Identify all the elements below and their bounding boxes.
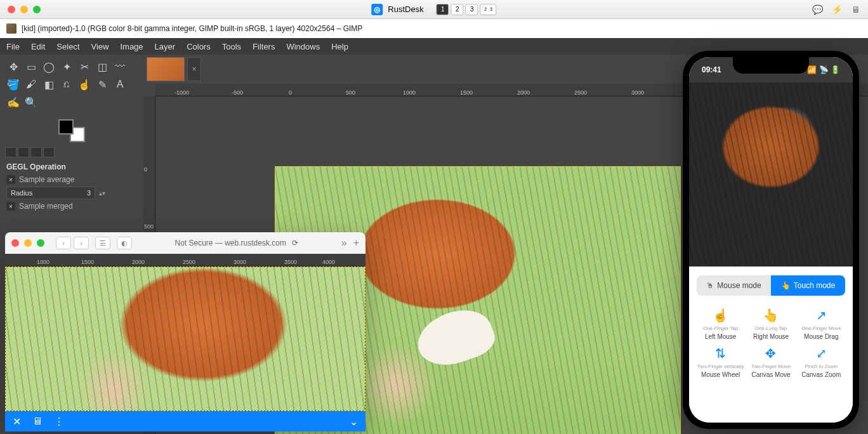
panel-tab-4[interactable] <box>43 147 55 157</box>
text-tool-icon[interactable]: A <box>112 76 128 93</box>
forward-button[interactable]: › <box>74 237 89 249</box>
eraser-tool-icon[interactable]: ◧ <box>41 76 57 93</box>
maximize-window-icon[interactable] <box>37 239 44 247</box>
smudge-tool-icon[interactable]: ☝ <box>76 76 93 93</box>
ruler-tick: 3000 <box>631 89 644 96</box>
close-window-icon[interactable] <box>8 6 15 13</box>
radius-value: 3 <box>87 189 91 197</box>
ruler-tick: 2500 <box>574 89 587 96</box>
menu-windows[interactable]: Windows <box>286 42 320 51</box>
menu-help[interactable]: Help <box>331 42 348 51</box>
menu-select[interactable]: Select <box>56 42 79 51</box>
gesture-sub: Two-Finger vertically <box>697 364 744 369</box>
mouse-icon: 🖱 <box>706 281 714 290</box>
traffic-lights <box>11 239 44 247</box>
bucket-fill-tool-icon[interactable]: 🪣 <box>5 76 22 93</box>
gesture-label: Right Mouse <box>753 333 789 340</box>
web-remote-canvas[interactable] <box>5 266 365 411</box>
close-image-icon[interactable]: × <box>187 57 201 81</box>
close-option-icon[interactable]: × <box>6 202 15 211</box>
zoom-tool-icon[interactable]: 🔍 <box>23 94 39 110</box>
phone-notch <box>733 57 809 74</box>
workspace-tab-1[interactable]: 1 <box>437 4 449 15</box>
privacy-icon[interactable]: ◐ <box>117 237 132 249</box>
panel-tab-1[interactable] <box>5 147 16 157</box>
gesture-canvas-zoom: ⤢ Pinch to Zoom Canvas Zoom <box>798 345 845 378</box>
phone-remote-view[interactable]: 09:41 📶 📡 🔋 <box>689 57 853 266</box>
rect-select-tool-icon[interactable]: ▭ <box>23 58 39 75</box>
close-option-icon[interactable]: × <box>6 175 15 184</box>
minimize-window-icon[interactable] <box>24 239 32 247</box>
gesture-grid: ☝ One-Finger Tap Left Mouse 👆 One-Long T… <box>697 307 845 378</box>
menu-view[interactable]: View <box>91 42 109 51</box>
display-settings-icon[interactable]: 🖥 <box>32 416 43 427</box>
color-swatches <box>0 114 143 145</box>
workspace-tab-split[interactable]: 23 <box>480 4 497 15</box>
minimize-window-icon[interactable] <box>20 6 28 13</box>
gesture-label: Canvas Move <box>751 371 790 378</box>
touch-mode-button[interactable]: 👆 Touch mode <box>771 275 845 296</box>
new-tab-icon[interactable]: + <box>353 237 359 249</box>
menu-file[interactable]: File <box>6 42 20 51</box>
menu-colors[interactable]: Colors <box>187 42 211 51</box>
workspace-tab-3[interactable]: 3 <box>466 4 478 15</box>
warp-tool-icon[interactable]: 〰 <box>112 58 128 75</box>
gesture-label: Mouse Drag <box>804 333 838 340</box>
rustdesk-logo-icon: ◎ <box>371 4 383 15</box>
free-select-tool-icon[interactable]: ◯ <box>41 58 57 75</box>
two-finger-move-icon: ✥ <box>763 345 779 362</box>
gesture-mouse-wheel: ⇅ Two-Finger vertically Mouse Wheel <box>697 345 744 378</box>
phone-device: 09:41 📶 📡 🔋 🖱 Mouse mode 👆 Touch mode ☝ <box>683 51 859 429</box>
chat-icon[interactable]: 💬 <box>812 4 823 15</box>
two-finger-vertical-icon: ⇅ <box>713 345 729 362</box>
maximize-window-icon[interactable] <box>33 6 41 13</box>
gimp-title: [kid] (imported)-1.0 (RGB color 8-bit ga… <box>22 24 362 33</box>
workspace-tab-2[interactable]: 2 <box>451 4 464 15</box>
fuzzy-select-tool-icon[interactable]: ✦ <box>58 58 75 75</box>
ruler-tick: -500 <box>232 89 243 96</box>
one-long-tap-icon: 👆 <box>763 307 779 324</box>
address-bar[interactable]: Not Secure — web.rustdesk.com ⟳ <box>138 239 335 247</box>
touch-icon: 👆 <box>781 281 791 290</box>
gesture-sub: Two-Finger Move <box>751 364 791 369</box>
close-session-icon[interactable]: ✕ <box>13 416 21 428</box>
ruler-tick: 1000 <box>403 89 416 96</box>
panel-tab-2[interactable] <box>18 147 29 157</box>
menu-filters[interactable]: Filters <box>253 42 275 51</box>
close-window-icon[interactable] <box>11 239 19 247</box>
paths-tool-icon[interactable]: ✎ <box>94 76 110 93</box>
clone-tool-icon[interactable]: ⎌ <box>58 76 75 93</box>
gesture-left-mouse: ☝ One-Finger Tap Left Mouse <box>697 307 744 340</box>
tool-options-panel: GEGL Operation × Sample average Radius 3… <box>0 160 143 214</box>
bolt-icon[interactable]: ⚡ <box>832 4 843 15</box>
mac-top-strip: ◎ RustDesk 1 2 3 23 💬 ⚡ 🖥 <box>0 0 868 19</box>
mouse-mode-button[interactable]: 🖱 Mouse mode <box>697 275 771 296</box>
move-tool-icon[interactable]: ✥ <box>5 58 22 75</box>
chevron-down-icon[interactable]: ⌄ <box>350 416 358 428</box>
ruler-tick: 4000 <box>322 259 335 265</box>
menu-layer[interactable]: Layer <box>155 42 176 51</box>
back-button[interactable]: ‹ <box>56 237 71 249</box>
menu-tools[interactable]: Tools <box>222 42 241 51</box>
reload-icon[interactable]: ⟳ <box>292 239 298 247</box>
sidebar-toggle-icon[interactable]: ☰ <box>95 237 110 249</box>
pinch-zoom-icon: ⤢ <box>813 345 829 362</box>
crop-tool-icon[interactable]: ✂ <box>76 58 93 75</box>
paintbrush-tool-icon[interactable]: 🖌 <box>23 76 39 93</box>
stepper-icon[interactable]: ▴▾ <box>99 190 105 197</box>
share-icon[interactable]: » <box>341 237 347 249</box>
display-icon[interactable]: 🖥 <box>852 4 860 15</box>
color-picker-tool-icon[interactable]: ✍ <box>5 94 22 110</box>
menu-image[interactable]: Image <box>120 42 143 51</box>
ruler-tick: 1500 <box>460 89 473 96</box>
image-thumbnail[interactable] <box>147 57 185 81</box>
panel-tab-3[interactable] <box>30 147 42 157</box>
foreground-color-swatch[interactable] <box>58 119 74 135</box>
gesture-right-mouse: 👆 One-Long Tap Right Mouse <box>747 307 794 340</box>
radius-input[interactable]: Radius 3 <box>6 187 95 199</box>
transform-tool-icon[interactable]: ◫ <box>94 58 110 75</box>
menu-edit[interactable]: Edit <box>31 42 45 51</box>
ruler-tick: 1000 <box>37 259 49 265</box>
more-options-icon[interactable]: ⋮ <box>54 416 64 428</box>
address-text: Not Secure — web.rustdesk.com <box>175 239 286 247</box>
